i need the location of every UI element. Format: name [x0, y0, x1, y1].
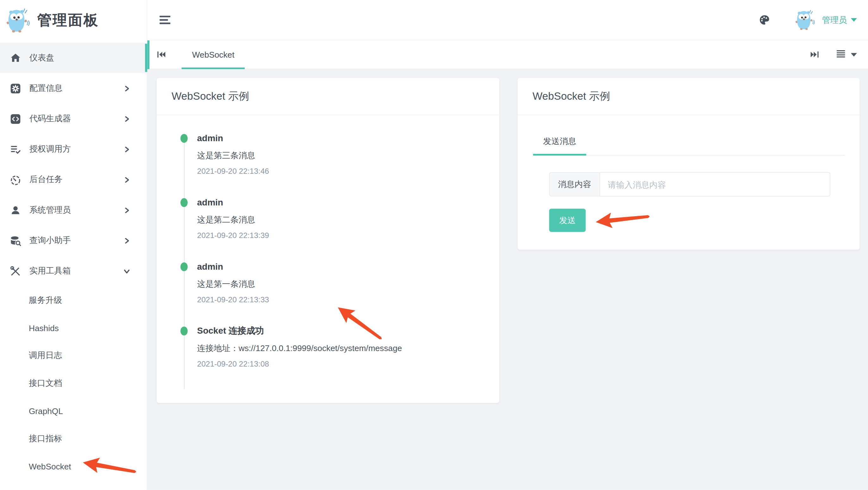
- app-title: 管理面板: [37, 10, 99, 30]
- message-timestamp: 2021-09-20 22:13:08: [197, 359, 485, 368]
- code-icon: [9, 112, 22, 125]
- db-search-icon: [9, 234, 22, 247]
- send-card-title: WebSocket 示例: [518, 78, 860, 115]
- message-sender: Socket 连接成功: [197, 326, 485, 336]
- websocket-send-card: WebSocket 示例 发送消息 消息内容 发送: [518, 78, 860, 250]
- tabs-list-icon: [835, 48, 846, 61]
- home-icon: [9, 51, 22, 65]
- timeline-item: admin 这是第三条消息 2021-09-20 22:13:46: [197, 133, 485, 176]
- sidebar-menu-item[interactable]: 后台任务: [0, 164, 147, 195]
- tabs-scroll-end-icon[interactable]: [809, 49, 820, 60]
- admin-panel-page: 管理面板 仪表盘 配置信息 代码生成器 授权调用方: [0, 0, 868, 490]
- message-text: 这是第三条消息: [197, 150, 485, 161]
- timeline-item: admin 这是第二条消息 2021-09-20 22:13:39: [197, 197, 485, 240]
- message-text: 这是第一条消息: [197, 279, 485, 289]
- timeline-dot-icon: [180, 134, 188, 143]
- route-tab-label: WebSocket: [192, 50, 235, 59]
- sidebar-menu-item[interactable]: 仪表盘: [0, 43, 147, 73]
- message-timestamp: 2021-09-20 22:13:46: [197, 166, 485, 176]
- sidebar-menu-item[interactable]: 查询小助手: [0, 225, 147, 256]
- route-tab-websocket[interactable]: WebSocket: [182, 40, 245, 69]
- sidebar-item-label: 实用工具箱: [29, 266, 123, 276]
- sidebar-menu-item[interactable]: 授权调用方: [0, 134, 147, 164]
- top-header: 管理员: [147, 0, 868, 40]
- sidebar-submenu-item[interactable]: 接口指标: [0, 425, 147, 452]
- websocket-messages-card: WebSocket 示例 admin 这是第三条消息 2021-09-20 22…: [157, 78, 499, 403]
- sidebar-submenu-label: GraphQL: [29, 406, 63, 416]
- chevron-icon: [123, 146, 130, 153]
- chevron-icon: [123, 237, 130, 244]
- sidebar-item-label: 授权调用方: [29, 144, 123, 154]
- messages-card-title: WebSocket 示例: [157, 78, 499, 115]
- sidebar-item-label: 系统管理员: [29, 205, 123, 215]
- settings-icon: [9, 82, 22, 95]
- message-sender: admin: [197, 197, 485, 208]
- sidebar-submenu-item[interactable]: GraphQL: [0, 397, 147, 425]
- sidebar-submenu-item[interactable]: WebSocket: [0, 452, 147, 480]
- chevron-icon: [123, 116, 130, 122]
- send-card-tabs: 发送消息: [533, 136, 845, 155]
- message-content-input[interactable]: [599, 172, 830, 196]
- chevron-icon: [123, 207, 130, 213]
- sidebar-submenu-label: WebSocket: [29, 461, 71, 471]
- sidebar-submenu-label: 调用日志: [29, 350, 62, 361]
- sidebar-menu: 仪表盘 配置信息 代码生成器 授权调用方 后台任务: [0, 40, 147, 286]
- sidebar-menu-item[interactable]: 系统管理员: [0, 195, 147, 225]
- message-timestamp: 2021-09-20 22:13:39: [197, 230, 485, 240]
- sidebar-item-label: 查询小助手: [29, 235, 123, 246]
- sidebar-item-label: 后台任务: [29, 175, 123, 185]
- user-name[interactable]: 管理员: [822, 14, 847, 25]
- message-sender: admin: [197, 261, 485, 272]
- chevron-icon: [123, 85, 130, 91]
- list-check-icon: [9, 143, 22, 156]
- message-sender: admin: [197, 133, 485, 144]
- route-tabbar: WebSocket: [147, 40, 868, 69]
- sidebar-item-label: 代码生成器: [29, 113, 123, 124]
- user-icon: [9, 204, 22, 217]
- message-timestamp: 2021-09-20 22:13:33: [197, 295, 485, 304]
- sidebar-menu-item[interactable]: 代码生成器: [0, 103, 147, 134]
- sidebar-submenu-label: Hashids: [29, 323, 59, 332]
- timeline-item: Socket 连接成功 连接地址：ws://127.0.0.1:9999/soc…: [197, 326, 485, 368]
- sidebar-submenu-item[interactable]: 服务升级: [0, 286, 147, 314]
- header-right: 管理员: [758, 8, 857, 31]
- timeline-dot-icon: [180, 263, 188, 271]
- sidebar-submenu: 服务升级 Hashids 调用日志 接口文档 GraphQL 接口指标 WebS…: [0, 286, 147, 480]
- menu-fold-icon[interactable]: [157, 12, 173, 28]
- sidebar-submenu-item[interactable]: 调用日志: [0, 341, 147, 369]
- sidebar-submenu-label: 服务升级: [29, 295, 62, 305]
- message-timeline: admin 这是第三条消息 2021-09-20 22:13:46 admin …: [157, 115, 499, 369]
- tab-send-message[interactable]: 发送消息: [533, 136, 586, 155]
- theme-palette-icon[interactable]: [758, 13, 771, 27]
- sidebar-item-label: 仪表盘: [29, 53, 138, 63]
- send-button[interactable]: 发送: [549, 209, 586, 232]
- timeline-item: admin 这是第一条消息 2021-09-20 22:13:33: [197, 261, 485, 304]
- user-caret-down-icon[interactable]: [851, 18, 857, 22]
- tabs-list-caret-icon: [851, 52, 857, 57]
- message-text: 连接地址：ws://127.0.0.1:9999/socket/system/m…: [197, 342, 485, 354]
- tabs-scroll-start-icon[interactable]: [155, 49, 166, 60]
- sidebar-submenu-label: 接口文档: [29, 378, 62, 388]
- timer-icon: [9, 173, 22, 186]
- sidebar-menu-item[interactable]: 配置信息: [0, 73, 147, 103]
- user-avatar[interactable]: [793, 8, 815, 31]
- sidebar: 管理面板 仪表盘 配置信息 代码生成器 授权调用方: [0, 0, 147, 490]
- sidebar-item-label: 配置信息: [29, 83, 123, 93]
- timeline-dot-icon: [180, 327, 188, 336]
- chevron-icon: [123, 268, 130, 274]
- tools-icon: [9, 264, 22, 278]
- logo-row: 管理面板: [0, 0, 147, 40]
- chevron-icon: [123, 176, 130, 183]
- message-input-group: 消息内容: [549, 172, 830, 196]
- message-input-label: 消息内容: [549, 172, 599, 196]
- tabs-list-button[interactable]: [835, 48, 857, 61]
- tabbar-right: [809, 48, 857, 61]
- sidebar-submenu-item[interactable]: 接口文档: [0, 369, 147, 397]
- content-area: WebSocket 示例 admin 这是第三条消息 2021-09-20 22…: [147, 69, 868, 490]
- sidebar-submenu-label: 接口指标: [29, 433, 62, 443]
- message-text: 这是第二条消息: [197, 214, 485, 225]
- timeline-dot-icon: [180, 198, 188, 207]
- sidebar-submenu-item[interactable]: Hashids: [0, 314, 147, 341]
- sidebar-menu-item[interactable]: 实用工具箱: [0, 256, 147, 286]
- gopher-logo-icon: [4, 6, 30, 34]
